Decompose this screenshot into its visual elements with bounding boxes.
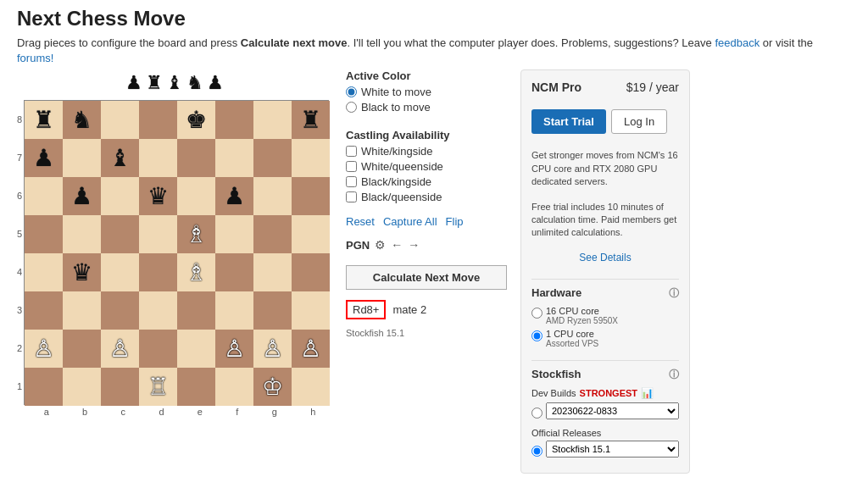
cell-8h[interactable]: ♜: [292, 101, 330, 139]
cell-8e[interactable]: ♚: [177, 101, 215, 139]
black-kingside-checkbox[interactable]: [346, 176, 357, 187]
cell-6h[interactable]: [292, 177, 330, 215]
cell-7f[interactable]: [215, 139, 253, 177]
cell-7g[interactable]: [253, 139, 292, 177]
official-version-select[interactable]: Stockfish 15.1: [546, 441, 679, 458]
cell-2e[interactable]: [177, 330, 215, 368]
cell-1g[interactable]: ♔: [253, 368, 292, 406]
white-queenside-checkbox[interactable]: [346, 161, 357, 172]
hw-16cpu-radio[interactable]: [531, 308, 542, 319]
cell-1e[interactable]: [177, 368, 215, 406]
black-queenside-option[interactable]: Black/queenside: [346, 191, 507, 203]
bank-piece-1[interactable]: ♟: [125, 72, 142, 94]
stockfish-info-icon[interactable]: ⓘ: [669, 368, 679, 382]
cell-6g[interactable]: [253, 177, 292, 215]
cell-4g[interactable]: [253, 253, 292, 291]
login-button[interactable]: Log In: [611, 109, 667, 134]
cell-6d[interactable]: ♛: [139, 177, 177, 215]
white-kingside-option[interactable]: White/kingside: [346, 145, 507, 158]
white-queenside-option[interactable]: White/queenside: [346, 160, 507, 173]
cell-5e[interactable]: ♗: [177, 215, 215, 253]
bank-piece-2[interactable]: ♜: [146, 72, 163, 94]
cell-2c[interactable]: ♙: [101, 330, 139, 368]
cell-4a[interactable]: [25, 253, 63, 291]
cell-2h[interactable]: ♙: [292, 330, 330, 368]
cell-3a[interactable]: [25, 291, 63, 330]
cell-5a[interactable]: [25, 215, 63, 253]
cell-5g[interactable]: [253, 215, 292, 253]
cell-1c[interactable]: [101, 368, 139, 406]
cell-3e[interactable]: [177, 291, 215, 330]
calculate-button[interactable]: Calculate Next Move: [346, 265, 507, 290]
flip-link[interactable]: Flip: [446, 215, 464, 228]
cell-3g[interactable]: [253, 291, 292, 330]
pgn-right-arrow-icon[interactable]: →: [408, 238, 420, 252]
reset-link[interactable]: Reset: [346, 215, 375, 228]
bank-piece-3[interactable]: ♝: [166, 72, 183, 94]
cell-1a[interactable]: [25, 368, 63, 406]
cell-4h[interactable]: [292, 253, 330, 291]
cell-4f[interactable]: [215, 253, 253, 291]
bank-piece-4[interactable]: ♞: [186, 72, 203, 94]
pgn-left-arrow-icon[interactable]: ←: [391, 238, 403, 252]
cell-3c[interactable]: [101, 291, 139, 330]
cell-2f[interactable]: ♙: [215, 330, 253, 368]
hardware-info-icon[interactable]: ⓘ: [669, 286, 679, 301]
cell-1h[interactable]: [292, 368, 330, 406]
cell-3b[interactable]: [63, 291, 101, 330]
black-to-move-radio[interactable]: [346, 102, 357, 113]
cell-4b[interactable]: ♛: [63, 253, 101, 291]
cell-5b[interactable]: [63, 215, 101, 253]
cell-8d[interactable]: [139, 101, 177, 139]
cell-5f[interactable]: [215, 215, 253, 253]
cell-2a[interactable]: ♙: [25, 330, 63, 368]
cell-7b[interactable]: [63, 139, 101, 177]
cell-3h[interactable]: [292, 291, 330, 330]
cell-7e[interactable]: [177, 139, 215, 177]
white-kingside-checkbox[interactable]: [346, 146, 357, 157]
hw-1cpu-radio[interactable]: [531, 330, 542, 341]
cell-7c[interactable]: ♝: [101, 139, 139, 177]
pgn-settings-icon[interactable]: ⚙: [375, 238, 386, 252]
cell-4c[interactable]: [101, 253, 139, 291]
bank-piece-5[interactable]: ♟: [207, 72, 224, 94]
cell-2g[interactable]: ♙: [253, 330, 292, 368]
cell-3f[interactable]: [215, 291, 253, 330]
cell-4e[interactable]: ♗: [177, 253, 215, 291]
cell-2d[interactable]: [139, 330, 177, 368]
cell-5c[interactable]: [101, 215, 139, 253]
black-kingside-option[interactable]: Black/kingside: [346, 175, 507, 188]
cell-7a[interactable]: ♟: [25, 139, 63, 177]
see-details-link[interactable]: See Details: [531, 252, 679, 263]
cell-6a[interactable]: [25, 177, 63, 215]
cell-5h[interactable]: [292, 215, 330, 253]
cell-7h[interactable]: [292, 139, 330, 177]
cell-3d[interactable]: [139, 291, 177, 330]
black-to-move-option[interactable]: Black to move: [346, 101, 507, 114]
cell-8b[interactable]: ♞: [63, 101, 101, 139]
cell-6e[interactable]: [177, 177, 215, 215]
cell-1b[interactable]: [63, 368, 101, 406]
cell-4d[interactable]: [139, 253, 177, 291]
forums-link[interactable]: forums!: [17, 52, 53, 64]
official-version-radio[interactable]: [531, 446, 542, 457]
cell-6f[interactable]: ♟: [215, 177, 253, 215]
start-trial-button[interactable]: Start Trial: [531, 109, 606, 134]
cell-8g[interactable]: [253, 101, 292, 139]
cell-8c[interactable]: [101, 101, 139, 139]
capture-all-link[interactable]: Capture All: [383, 215, 437, 228]
feedback-link[interactable]: feedback: [715, 36, 760, 49]
white-to-move-radio[interactable]: [346, 86, 357, 97]
cell-2b[interactable]: [63, 330, 101, 368]
cell-8a[interactable]: ♜: [25, 101, 63, 139]
cell-1f[interactable]: [215, 368, 253, 406]
dev-version-select[interactable]: 20230622-0833: [546, 402, 679, 419]
chess-board[interactable]: ♜♞♚♜♟♝♟♛♟♗♛♗♙♙♙♙♙♖♔: [24, 100, 329, 405]
black-queenside-checkbox[interactable]: [346, 191, 357, 202]
white-to-move-option[interactable]: White to move: [346, 86, 507, 98]
cell-6c[interactable]: [101, 177, 139, 215]
cell-5d[interactable]: [139, 215, 177, 253]
cell-7d[interactable]: [139, 139, 177, 177]
dev-version-radio[interactable]: [531, 408, 542, 419]
cell-8f[interactable]: [215, 101, 253, 139]
